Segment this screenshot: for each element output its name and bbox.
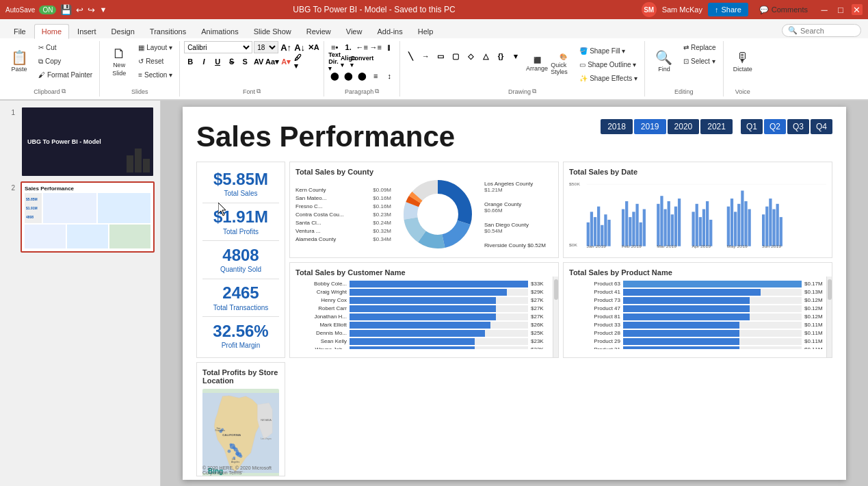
save-icon[interactable]: 💾	[60, 4, 72, 15]
user-avatar[interactable]: SM	[642, 2, 657, 17]
quick-styles-button[interactable]: 🎨 Quick Styles	[551, 44, 575, 85]
char-spacing-button[interactable]: AV	[252, 55, 265, 68]
paragraph-expand-icon[interactable]: ⧉	[375, 88, 379, 95]
shape-outline-button[interactable]: ▭ Shape Outline ▾	[577, 58, 640, 71]
increase-indent-button[interactable]: →≡	[369, 41, 382, 53]
redo-icon[interactable]: ↪	[88, 5, 95, 15]
quarter-q4-button[interactable]: Q4	[811, 119, 832, 134]
align-right-button[interactable]: ⬤	[356, 70, 368, 82]
find-button[interactable]: 🔍 Find	[649, 41, 679, 82]
share-button[interactable]: ↑ Share	[708, 3, 748, 16]
increase-font-button[interactable]: A↑	[280, 41, 292, 53]
year-2020-button[interactable]: 2020	[668, 119, 700, 134]
shadow-button[interactable]: S	[239, 55, 251, 68]
undo-icon[interactable]: ↩	[76, 5, 83, 15]
align-left-button[interactable]: ⬤	[328, 70, 341, 82]
shape-round-rect[interactable]: ▢	[449, 50, 462, 62]
editing-label: Editing	[674, 88, 694, 97]
tab-addins[interactable]: Add-ins	[370, 25, 409, 38]
numbering-button[interactable]: 1.	[342, 41, 354, 53]
tab-help[interactable]: Help	[411, 25, 440, 38]
customer-scroll-thumb[interactable]	[554, 279, 558, 300]
search-input[interactable]	[800, 27, 855, 35]
copy-button[interactable]: ⧉ Copy	[36, 55, 95, 68]
slide-preview-2[interactable]: Sales Performance $5.85M $1.91M 4808	[21, 181, 155, 253]
quarter-q3-button[interactable]: Q3	[787, 119, 809, 134]
shape-arrow[interactable]: →	[419, 50, 432, 62]
autosave-toggle[interactable]: ON	[39, 5, 56, 14]
user-name[interactable]: Sam McKay	[662, 5, 702, 14]
clear-format-button[interactable]: ✕A	[307, 41, 319, 53]
text-direction-button[interactable]: Text Dir. ▾	[328, 55, 341, 68]
quick-access-icon[interactable]: ▼	[99, 5, 107, 14]
convert-smartart-button[interactable]: Convert ▾	[356, 55, 368, 68]
layout-button[interactable]: ▦ Layout ▾	[135, 41, 175, 54]
select-button[interactable]: ⊡ Select ▾	[681, 55, 719, 68]
replace-button[interactable]: ⇄ Replace	[681, 41, 719, 54]
minimize-button[interactable]: ─	[819, 4, 830, 15]
format-painter-button[interactable]: 🖌 Format Painter	[36, 68, 95, 81]
font-expand-icon[interactable]: ⧉	[257, 88, 261, 95]
tab-home[interactable]: Home	[34, 24, 69, 39]
tab-animations[interactable]: Animations	[194, 25, 245, 38]
customer-bar-craig: Craig Wright $29K	[295, 289, 553, 296]
year-2018-button[interactable]: 2018	[601, 119, 633, 134]
shape-effects-button[interactable]: ✨ Shape Effects ▾	[577, 72, 640, 85]
close-button[interactable]: ✕	[852, 4, 863, 15]
section-button[interactable]: ≡ Section ▾	[135, 68, 175, 81]
slide-thumb-2[interactable]: 2 Sales Performance $5.85M $1.91M 4808	[5, 181, 155, 253]
tab-file[interactable]: File	[7, 25, 33, 38]
italic-button[interactable]: I	[198, 55, 210, 68]
tab-transitions[interactable]: Transitions	[143, 25, 193, 38]
slide-thumb-1[interactable]: 1 UBG To Power BI - Model	[5, 106, 155, 177]
drawing-expand-icon[interactable]: ⧉	[532, 88, 536, 95]
font-size-select[interactable]: 18	[254, 41, 278, 53]
justify-button[interactable]: ≡	[369, 70, 382, 82]
font-family-select[interactable]: Calibri	[184, 41, 252, 53]
year-2021-button[interactable]: 2021	[700, 119, 733, 134]
product-scrollbar[interactable]	[826, 277, 832, 358]
comments-button[interactable]: 💬 Comments	[754, 3, 813, 17]
font-case-button[interactable]: Aa▾	[266, 55, 278, 68]
tab-insert[interactable]: Insert	[70, 25, 103, 38]
underline-button[interactable]: U	[211, 55, 224, 68]
decrease-indent-button[interactable]: ←≡	[356, 41, 368, 53]
line-spacing-button[interactable]: ↕	[383, 70, 395, 82]
shape-rect[interactable]: ▭	[434, 50, 447, 62]
customer-bar-robert: Robert Carr $27K	[295, 305, 553, 312]
year-2019-button[interactable]: 2019	[634, 119, 666, 134]
decrease-font-button[interactable]: A↓	[293, 41, 306, 53]
bold-button[interactable]: B	[184, 55, 196, 68]
align-center-button[interactable]: ⬤	[342, 70, 354, 82]
shape-fill-button[interactable]: 🪣 Shape Fill ▾	[577, 44, 640, 57]
shape-diamond[interactable]: ◇	[464, 50, 477, 62]
arrange-button[interactable]: ⬛ Arrange	[525, 44, 549, 85]
slide-preview-1[interactable]: UBG To Power BI - Model	[21, 106, 155, 177]
strikethrough-button[interactable]: S̶	[225, 55, 237, 68]
new-slide-button[interactable]: 🗋 New Slide	[104, 41, 134, 82]
shape-triangle[interactable]: △	[479, 50, 492, 62]
shape-line[interactable]: ╲	[404, 50, 417, 62]
shape-more[interactable]: ▾	[510, 50, 522, 62]
quarter-q1-button[interactable]: Q1	[741, 119, 763, 134]
tab-slideshow[interactable]: Slide Show	[247, 25, 298, 38]
highlight-button[interactable]: 🖊▾	[293, 55, 306, 68]
tab-view[interactable]: View	[339, 25, 369, 38]
shape-bracket[interactable]: {}	[495, 50, 507, 62]
clipboard-expand-icon[interactable]: ⧉	[62, 88, 66, 95]
svg-rect-40	[731, 199, 733, 246]
product-scroll-thumb[interactable]	[828, 279, 832, 300]
svg-rect-46	[762, 214, 765, 246]
reset-button[interactable]: ↺ Reset	[135, 55, 175, 68]
columns-button[interactable]: ⫿	[383, 41, 395, 53]
cut-button[interactable]: ✂ Cut	[36, 41, 95, 54]
dictate-button[interactable]: 🎙 Dictate	[728, 41, 758, 82]
tab-review[interactable]: Review	[300, 25, 338, 38]
paste-button[interactable]: 📋 Paste	[4, 41, 34, 82]
shape-effects-icon: ✨	[579, 75, 588, 82]
quarter-q2-button[interactable]: Q2	[764, 119, 786, 134]
tab-design[interactable]: Design	[105, 25, 142, 38]
customer-scrollbar[interactable]	[553, 277, 558, 358]
font-color-button[interactable]: A▾	[280, 55, 292, 68]
maximize-button[interactable]: □	[835, 4, 846, 15]
